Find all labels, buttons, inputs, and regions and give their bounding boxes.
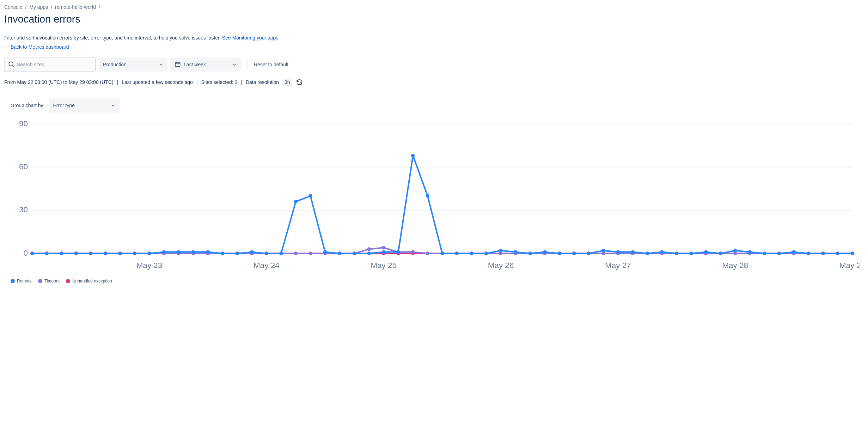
chevron-down-icon — [232, 62, 237, 67]
legend-item-unhandled-exception[interactable]: Unhandled exception — [66, 279, 112, 284]
svg-point-148 — [221, 252, 224, 255]
svg-point-139 — [89, 252, 92, 255]
svg-point-151 — [265, 252, 268, 255]
svg-point-158 — [367, 252, 371, 255]
svg-text:60: 60 — [19, 162, 28, 171]
svg-point-97 — [308, 252, 312, 255]
breadcrumb-item-myapps[interactable]: My apps — [29, 4, 48, 10]
legend-item-remote[interactable]: Remote — [11, 279, 32, 284]
back-to-dashboard-link[interactable]: ← Back to Metrics dashboard — [4, 44, 69, 50]
search-icon — [8, 61, 15, 69]
svg-point-145 — [177, 250, 181, 254]
svg-point-143 — [147, 252, 151, 255]
refresh-icon[interactable] — [296, 79, 303, 86]
breadcrumb-item-console[interactable]: Console — [4, 4, 22, 10]
svg-point-177 — [646, 252, 649, 255]
svg-point-185 — [763, 252, 766, 255]
data-resolution-badge: 3h — [282, 79, 292, 86]
environment-dropdown[interactable]: Production — [99, 57, 167, 72]
svg-point-146 — [191, 250, 195, 254]
data-resolution-label: Data resolution — [246, 79, 279, 85]
svg-point-159 — [382, 250, 385, 254]
page-description: Filter and sort invocation errors by sit… — [4, 35, 864, 41]
svg-point-165 — [470, 252, 473, 255]
svg-point-136 — [45, 252, 49, 255]
svg-point-178 — [660, 250, 664, 254]
sites-selected-text: Sites selected: 2 — [201, 79, 238, 85]
vertical-divider — [247, 59, 247, 70]
svg-point-171 — [558, 252, 561, 255]
svg-point-191 — [850, 252, 854, 255]
svg-point-163 — [440, 252, 444, 255]
svg-point-162 — [426, 194, 429, 197]
svg-point-154 — [308, 194, 312, 197]
svg-line-1 — [13, 65, 14, 67]
svg-text:30: 30 — [19, 205, 28, 214]
search-sites-wrapper — [4, 57, 96, 72]
legend-label: Timeout — [44, 279, 60, 284]
svg-point-175 — [616, 250, 620, 254]
svg-point-138 — [74, 252, 78, 255]
description-text: Filter and sort invocation errors by sit… — [4, 35, 222, 41]
status-bar: From May 22 03:00 (UTC) to May 29 03:00 … — [4, 79, 864, 86]
svg-point-181 — [704, 250, 708, 254]
error-chart: 0306090May 23May 24May 25May 26May 27May… — [11, 117, 860, 275]
breadcrumb-item-app[interactable]: remote-hello-world — [55, 4, 96, 10]
svg-point-179 — [675, 252, 678, 255]
chart-container: 0306090May 23May 24May 25May 26May 27May… — [11, 117, 860, 275]
date-range-dropdown[interactable]: Last week — [170, 57, 241, 72]
chevron-down-icon — [158, 62, 164, 67]
svg-point-152 — [279, 252, 283, 255]
chevron-down-icon — [110, 103, 116, 108]
svg-point-0 — [9, 62, 13, 66]
svg-point-141 — [118, 252, 122, 255]
filter-bar: Production Last week Reset to default — [4, 57, 864, 72]
search-input[interactable] — [17, 62, 92, 67]
svg-text:May 24: May 24 — [253, 261, 280, 270]
svg-point-140 — [104, 252, 107, 255]
svg-text:May 23: May 23 — [136, 261, 163, 270]
chart-legend: RemoteTimeoutUnhandled exception — [11, 279, 864, 284]
svg-point-144 — [162, 250, 166, 254]
svg-point-155 — [323, 250, 327, 254]
svg-point-164 — [455, 252, 459, 255]
svg-point-153 — [294, 200, 298, 203]
group-by-label: Group chart by: — [11, 103, 45, 108]
breadcrumb-separator: / — [99, 4, 100, 10]
svg-point-160 — [397, 250, 400, 254]
svg-text:May 27: May 27 — [605, 261, 631, 270]
svg-point-190 — [836, 252, 839, 255]
svg-point-96 — [294, 252, 298, 255]
svg-point-135 — [30, 252, 34, 255]
legend-swatch — [38, 279, 42, 283]
svg-point-170 — [543, 250, 546, 254]
svg-text:May 29: May 29 — [839, 261, 860, 270]
svg-point-104 — [411, 250, 415, 254]
svg-point-187 — [792, 250, 795, 254]
reset-to-default-button[interactable]: Reset to default — [254, 62, 288, 67]
svg-point-186 — [777, 252, 781, 255]
legend-item-timeout[interactable]: Timeout — [38, 279, 60, 284]
svg-rect-2 — [175, 62, 180, 66]
page-title: Invocation errors — [4, 13, 864, 25]
svg-point-166 — [484, 252, 488, 255]
group-by-row: Group chart by: Error type — [11, 98, 864, 112]
svg-text:May 26: May 26 — [488, 261, 514, 270]
group-by-dropdown[interactable]: Error type — [49, 98, 120, 112]
svg-point-101 — [367, 247, 371, 251]
svg-point-172 — [572, 252, 576, 255]
svg-point-183 — [733, 249, 737, 252]
svg-point-176 — [631, 250, 634, 254]
breadcrumb: Console / My apps / remote-hello-world / — [4, 4, 864, 10]
svg-point-161 — [411, 154, 415, 157]
svg-point-102 — [382, 246, 385, 249]
svg-text:May 28: May 28 — [722, 261, 748, 270]
svg-point-188 — [807, 252, 810, 255]
monitoring-apps-link[interactable]: See Monitoring your apps — [222, 35, 279, 41]
svg-point-174 — [601, 249, 605, 252]
svg-point-168 — [514, 250, 517, 254]
svg-point-167 — [499, 249, 502, 252]
svg-point-105 — [426, 252, 429, 255]
svg-text:May 25: May 25 — [371, 261, 397, 270]
svg-point-157 — [353, 252, 356, 255]
